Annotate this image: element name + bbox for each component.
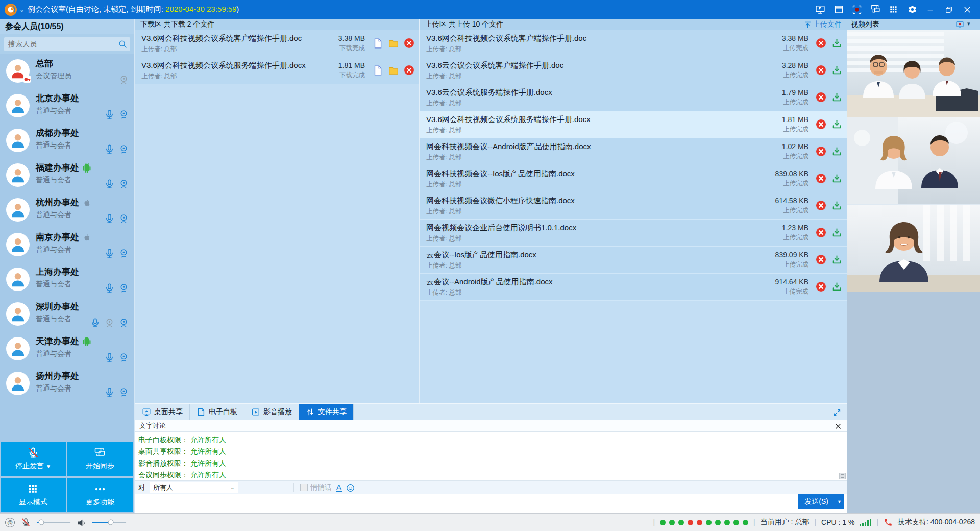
download-file-icon[interactable] bbox=[831, 200, 843, 211]
webcam-icon[interactable] bbox=[118, 352, 129, 363]
download-file-icon[interactable] bbox=[831, 119, 843, 130]
webcam-icon[interactable] bbox=[118, 213, 129, 224]
send-button[interactable]: 发送(S) ▼ bbox=[798, 494, 844, 509]
close-icon[interactable] bbox=[962, 5, 973, 15]
mic-icon[interactable] bbox=[104, 352, 115, 363]
chat-scrollbar[interactable] bbox=[839, 432, 846, 480]
emoji-icon[interactable] bbox=[346, 483, 355, 492]
mic-icon[interactable] bbox=[104, 213, 115, 224]
menu-caret-icon[interactable]: ⌄ bbox=[19, 6, 24, 13]
delete-file-icon[interactable] bbox=[816, 119, 827, 130]
delete-file-icon[interactable] bbox=[816, 92, 827, 103]
font-style-icon[interactable]: A bbox=[336, 484, 342, 492]
webcam-icon[interactable] bbox=[118, 144, 129, 155]
scrollbar-handle[interactable] bbox=[839, 473, 846, 479]
video-options-caret[interactable]: ▾ bbox=[967, 20, 976, 29]
display-mode-button[interactable]: 显示模式 bbox=[1, 478, 66, 513]
download-file-icon[interactable] bbox=[831, 38, 843, 49]
mic-muted-icon[interactable] bbox=[21, 518, 31, 527]
delete-file-icon[interactable] bbox=[816, 38, 827, 49]
delete-file-icon[interactable] bbox=[816, 200, 827, 211]
participant-row[interactable]: 天津办事处 普通与会者 bbox=[0, 331, 134, 366]
mic-icon[interactable] bbox=[104, 144, 115, 155]
webcam-icon[interactable] bbox=[118, 109, 129, 120]
search-icon[interactable] bbox=[115, 37, 130, 51]
audio-device-icon[interactable]: @ bbox=[5, 518, 15, 527]
send-options-caret[interactable]: ▼ bbox=[835, 494, 844, 509]
open-folder-icon[interactable] bbox=[388, 65, 399, 76]
delete-file-icon[interactable] bbox=[816, 173, 827, 184]
recipient-select[interactable]: 所有人 ⌄ bbox=[150, 482, 238, 493]
participant-row[interactable]: 福建办事处 普通与会者 bbox=[0, 158, 134, 192]
participant-row[interactable]: 成都办事处 普通与会者 bbox=[0, 123, 134, 158]
chat-input[interactable] bbox=[135, 494, 847, 513]
upload-file-link[interactable]: 上传文件 bbox=[803, 20, 842, 29]
upload-file-row[interactable]: 云会议--Android版产品使用指南.docx 上传者: 总部 914.64 … bbox=[420, 274, 847, 301]
download-file-icon[interactable] bbox=[831, 227, 843, 238]
restore-icon[interactable] bbox=[943, 5, 954, 15]
video-thumbnail-1[interactable] bbox=[847, 30, 980, 117]
chat-close-icon[interactable] bbox=[835, 422, 843, 430]
tab-whiteboard[interactable]: 电子白板 bbox=[190, 404, 244, 420]
video-monitor-icon[interactable] bbox=[955, 20, 964, 29]
expand-icon[interactable] bbox=[832, 407, 842, 417]
upload-file-row[interactable]: V3.6云会议系统服务端操作手册.docx 上传者: 总部 1.79 MB 上传… bbox=[420, 84, 847, 111]
download-file-row[interactable]: V3.6网会科技视频会议系统客户端操作手册.doc 上传者: 总部 3.38 M… bbox=[135, 30, 419, 57]
participant-row[interactable]: 扬州办事处 普通与会者 bbox=[0, 366, 134, 401]
download-file-icon[interactable] bbox=[831, 92, 843, 103]
start-sync-button[interactable]: 开始同步 bbox=[67, 442, 133, 476]
webcam-icon[interactable] bbox=[118, 179, 129, 189]
more-functions-button[interactable]: 更多功能 bbox=[67, 478, 133, 513]
upload-file-row[interactable]: 网会科技视频会议微信小程序快速指南.docx 上传者: 总部 614.58 KB… bbox=[420, 192, 847, 220]
upload-file-row[interactable]: 云会议--Ios版产品使用指南.docx 上传者: 总部 839.09 KB 上… bbox=[420, 247, 847, 274]
delete-file-icon[interactable] bbox=[816, 281, 827, 293]
delete-file-icon[interactable] bbox=[816, 146, 827, 157]
download-file-row[interactable]: V3.6网会科技视频会议系统服务端操作手册.docx 上传者: 总部 1.81 … bbox=[135, 57, 419, 84]
stop-speaking-button[interactable]: 停止发言▼ bbox=[1, 442, 66, 476]
minimize-icon[interactable] bbox=[925, 5, 936, 15]
upload-file-row[interactable]: V3.6云会议会议系统客户端操作手册.doc 上传者: 总部 3.28 MB 上… bbox=[420, 57, 847, 84]
upload-file-row[interactable]: V3.6网会科技视频会议系统服务端操作手册.docx 上传者: 总部 1.81 … bbox=[420, 111, 847, 138]
upload-file-row[interactable]: 网会科技视频会议--Android版产品使用指南.docx 上传者: 总部 1.… bbox=[420, 138, 847, 165]
webcam-disabled-icon[interactable] bbox=[104, 318, 115, 328]
delete-file-icon[interactable] bbox=[816, 254, 827, 266]
speaker-icon[interactable] bbox=[77, 518, 86, 527]
mic-icon[interactable] bbox=[104, 283, 115, 294]
record-icon[interactable] bbox=[851, 5, 863, 15]
tab-media-play[interactable]: 影音播放 bbox=[244, 404, 299, 420]
video-thumbnail-2[interactable] bbox=[847, 117, 980, 205]
download-file-icon[interactable] bbox=[831, 281, 843, 293]
upload-file-row[interactable]: 网会科技视频会议--Ios版产品使用指南.docx 上传者: 总部 839.08… bbox=[420, 165, 847, 192]
webcam-icon[interactable] bbox=[118, 387, 129, 398]
grid-icon[interactable] bbox=[888, 5, 899, 15]
speaker-volume-slider[interactable] bbox=[92, 522, 126, 523]
mic-volume-slider[interactable] bbox=[37, 522, 70, 523]
open-folder-icon[interactable] bbox=[388, 38, 399, 49]
screen-share-icon[interactable] bbox=[815, 5, 826, 15]
participant-row[interactable]: 杭州办事处 普通与会者 bbox=[0, 192, 134, 227]
search-input[interactable] bbox=[4, 37, 115, 51]
download-file-icon[interactable] bbox=[831, 65, 843, 76]
participant-row[interactable]: 南京办事处 普通与会者 bbox=[0, 227, 134, 262]
mic-icon[interactable] bbox=[104, 109, 115, 120]
delete-file-icon[interactable] bbox=[404, 65, 415, 76]
participant-row[interactable]: 北京办事处 普通与会者 bbox=[0, 88, 134, 123]
sync-monitors-icon[interactable] bbox=[870, 5, 881, 15]
webcam-disabled-icon[interactable] bbox=[118, 75, 129, 85]
webcam-icon[interactable] bbox=[118, 248, 129, 259]
participant-row[interactable]: 总部 会议管理员 bbox=[0, 54, 134, 88]
video-thumbnail-3[interactable] bbox=[847, 205, 980, 292]
mic-icon[interactable] bbox=[90, 318, 101, 328]
webcam-icon[interactable] bbox=[118, 283, 129, 294]
delete-file-icon[interactable] bbox=[816, 227, 827, 238]
delete-file-icon[interactable] bbox=[816, 65, 827, 76]
open-file-icon[interactable] bbox=[372, 65, 383, 76]
open-file-icon[interactable] bbox=[372, 38, 383, 49]
participant-row[interactable]: 深圳办事处 普通与会者 bbox=[0, 297, 134, 331]
participant-row[interactable]: 上海办事处 普通与会者 bbox=[0, 262, 134, 297]
download-file-icon[interactable] bbox=[831, 254, 843, 266]
webcam-icon[interactable] bbox=[118, 318, 129, 328]
mic-icon[interactable] bbox=[104, 387, 115, 398]
mic-icon[interactable] bbox=[104, 248, 115, 259]
tab-file-share[interactable]: 文件共享 bbox=[299, 404, 354, 420]
